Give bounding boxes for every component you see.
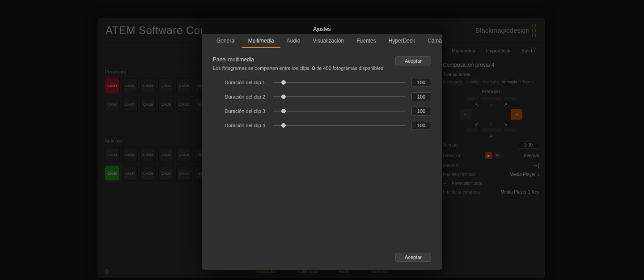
premult-label: Premultiplicada [452,181,539,186]
clip-slider[interactable] [273,125,405,126]
trans-tab[interactable]: Cortinilla [483,80,499,84]
slider-thumb-icon[interactable] [281,95,286,99]
trans-tab[interactable]: Fundido [466,80,481,84]
clip-row: Duración del clip 1: [213,78,431,87]
clip-input[interactable] [411,92,431,101]
fuente-value[interactable]: Media Player 1 [509,172,539,177]
efectos-label: Efectos: [443,163,459,168]
panel-desc-pre: Los fotogramas se comparten entre los cl… [213,65,312,71]
accept-button-bottom[interactable]: Aceptar [395,253,431,262]
trans-title: Transiciones [443,72,539,77]
clip-input[interactable] [411,78,431,87]
modal-tab-visualizacion[interactable]: Visualización [306,34,350,48]
src-btn[interactable]: CAM5 [176,78,191,93]
arrow-n-icon[interactable]: ↑ [485,102,497,107]
src-btn[interactable]: CAM5 [176,147,191,162]
clip-label: Duración del clip 2: [213,94,267,99]
modal-tab-hyperdeck[interactable]: HyperDeck [382,34,421,48]
arrow-se-icon[interactable]: ↘ [500,121,511,126]
clip-input[interactable] [411,107,431,116]
src-btn[interactable]: CAM3 [140,78,156,93]
clip-slider[interactable] [273,96,405,97]
trans-tab[interactable]: Animada [502,80,518,84]
clip-slider[interactable] [273,82,405,83]
fuente-label: Fuente principal: [443,172,476,177]
slider-thumb-icon[interactable] [281,123,286,128]
accept-button-top[interactable]: Aceptar [395,56,431,65]
arrow-nw-icon[interactable]: ↖ [471,102,483,107]
src-btn[interactable]: CAM6 [105,166,120,181]
fuente2-value[interactable]: Media Player 1 Key [500,190,539,194]
brand-text: Blackmagicdesign [475,26,530,34]
effect-icon[interactable]: →| [533,162,539,168]
toolbar-tab-salida[interactable]: Salida [517,46,539,55]
src-btn[interactable]: CAM1 [105,78,120,93]
brand-dots-icon [532,24,537,37]
modal-tab-camaras[interactable]: Cámaras [421,34,442,48]
slider-thumb-icon[interactable] [281,109,286,113]
arrow-e-icon[interactable]: → [511,109,522,120]
src-btn[interactable]: CAM8 [140,166,156,181]
trans-tab[interactable]: Disolvencia [443,80,463,84]
play-icon[interactable]: ▶ [485,152,492,159]
trans-tabs: Disolvencia Fundido Cortinilla Animada E… [443,80,539,84]
src-btn[interactable]: CAM3 [140,147,156,162]
src-btn[interactable]: CAM9 [158,166,174,181]
src-btn[interactable]: CAM4 [158,147,174,162]
page-dot-icon [490,135,492,138]
premult-checkbox[interactable]: ✓ [443,181,448,186]
src-btn[interactable]: CAM7 [123,166,138,181]
clip-row: Duración del clip 3: [213,107,431,116]
panel-desc: Los fotogramas se comparten entre los cl… [213,65,431,71]
clip-input[interactable] [411,121,431,130]
src-btn[interactable]: CAM2 [123,147,138,162]
tiempo-value[interactable]: 1:00 [517,141,539,149]
tiempo-label: Tiempo: [443,142,459,147]
brand-logo: Blackmagicdesign [475,24,537,37]
modal-body: Panel multimedia Los fotogramas se compa… [202,48,442,270]
src-btn[interactable]: CAM1 [105,147,120,162]
src-btn[interactable]: CM10 [176,166,191,181]
modal-tab-general[interactable]: General [210,34,242,48]
src-btn[interactable]: CM10 [176,97,191,112]
clip-label: Duración del clip 3: [213,108,267,114]
settings-modal: Ajustes General Multimedia Audio Visuali… [202,24,442,270]
clip-row: Duración del clip 4: [213,121,431,130]
src-btn[interactable]: CAM7 [123,97,138,112]
toolbar-tab-multimedia[interactable]: Multimedia [447,46,480,55]
toolbar-tab-hyperdeck[interactable]: HyperDeck [482,46,515,55]
clip-row: Duración del clip 2: [213,92,431,101]
direction-grid: ↖ ↑ ↗ ← → ↙ ↓ ↘ [443,97,539,138]
comp-title: Composición previa 4 [443,62,539,68]
src-btn[interactable]: CAM9 [158,97,174,112]
modal-tabs: General Multimedia Audio Visualización F… [202,34,442,48]
fuente2-label: Fuente secundaria: [443,190,481,194]
arrow-sw-icon[interactable]: ↙ [471,121,483,126]
arrow-s-icon[interactable]: ↓ [485,121,497,126]
panel-desc-post: de 400 fotogramas disponibles. [315,65,385,71]
direccion-label: Dirección: [443,153,462,158]
modal-title: Ajustes [202,24,442,34]
src-btn[interactable]: CAM6 [105,97,120,112]
loop-icon[interactable]: ↻ [494,152,501,159]
clip-label: Duración del clip 4: [213,123,267,128]
arrow-ne-icon[interactable]: ↗ [500,102,511,107]
slider-thumb-icon[interactable] [281,80,286,85]
src-btn[interactable]: CAM4 [158,78,174,93]
modal-tab-fuentes[interactable]: Fuentes [350,34,382,48]
clip-slider[interactable] [273,111,405,112]
alternar-label[interactable]: Alternar [524,153,539,158]
src-btn[interactable]: CAM8 [140,97,156,112]
src-btn[interactable]: CAM2 [123,78,138,93]
push-label: Empujar [443,89,539,94]
clip-label: Duración del clip 1: [213,80,267,85]
right-column: Composición previa 4 Transiciones Disolv… [437,58,545,278]
trans-tab[interactable]: Efectos [520,80,534,84]
modal-tab-audio[interactable]: Audio [280,34,307,48]
modal-tab-multimedia[interactable]: Multimedia [242,34,280,48]
dir-left-slot[interactable]: ← [460,109,471,120]
